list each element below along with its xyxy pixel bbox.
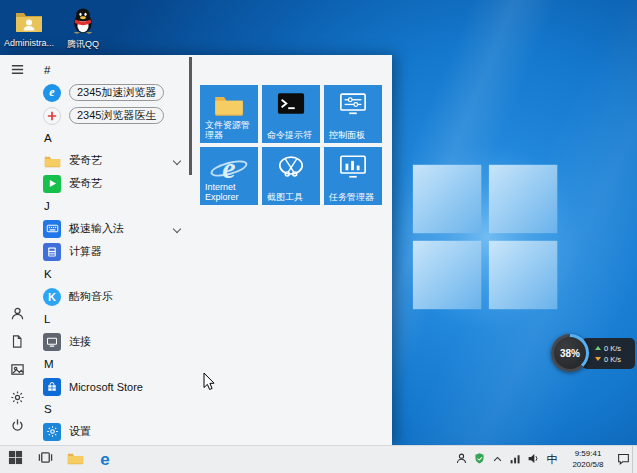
- rail-bottom-group: [0, 301, 34, 445]
- edge-taskbar-button[interactable]: e: [90, 446, 120, 473]
- microsoft-store-icon: [43, 378, 61, 396]
- download-speed: 0 K/s: [604, 355, 621, 364]
- tile-control-panel[interactable]: 控制面板: [324, 85, 382, 143]
- speed-percent: 38%: [554, 337, 586, 369]
- start-app-list: # e 2345加速浏览器 2345浏览器医生 A 爱奇艺: [34, 55, 192, 445]
- upload-speed-row: 0 K/s: [595, 344, 635, 353]
- app-list-header-a[interactable]: A: [34, 127, 192, 149]
- tray-people-button[interactable]: [452, 446, 470, 473]
- power-icon: [10, 418, 25, 437]
- tile-internet-explorer[interactable]: e Internet Explorer: [200, 147, 258, 205]
- settings-rail-button[interactable]: [0, 385, 34, 413]
- pictures-button[interactable]: [0, 357, 34, 385]
- windows-logo-icon: [8, 450, 23, 469]
- edge-icon: e: [100, 450, 109, 470]
- tile-task-manager[interactable]: 任务管理器: [324, 147, 382, 205]
- windows-wallpaper-logo: [392, 142, 582, 332]
- desktop-icon-label: 腾讯QQ: [67, 38, 99, 51]
- system-tray: 中 9:59:41 2020/5/8: [452, 446, 637, 473]
- app-item-label: 酷狗音乐: [69, 289, 113, 304]
- hamburger-icon: [10, 62, 25, 81]
- app-item-label: 极速输入法: [69, 221, 124, 236]
- app-folder-jisu-ime[interactable]: 极速输入法: [34, 217, 192, 240]
- tray-hidden-icons-button[interactable]: [488, 446, 506, 473]
- app-item-microsoft-store[interactable]: Microsoft Store: [34, 375, 192, 398]
- app-item-calculator[interactable]: 计算器: [34, 240, 192, 263]
- app-item-iqiyi[interactable]: 爱奇艺: [34, 172, 192, 195]
- control-panel-icon: [324, 92, 382, 115]
- app-item-label: 2345加速浏览器: [69, 84, 164, 101]
- app-item-label: 爱奇艺: [69, 153, 102, 168]
- speed-widget-circle[interactable]: 38%: [551, 334, 589, 372]
- app-item-connect[interactable]: 连接: [34, 330, 192, 353]
- chevron-down-icon: [173, 224, 181, 232]
- show-desktop-button[interactable]: [632, 446, 637, 473]
- app-list-header-j[interactable]: J: [34, 195, 192, 217]
- caret-up-icon: [492, 451, 503, 469]
- start-tile-area: 文件资源管理器 命令提示符 控制面板: [200, 85, 386, 205]
- speed-widget-panel[interactable]: 0 K/s 0 K/s: [582, 338, 635, 369]
- app-folder-iqiyi[interactable]: 爱奇艺: [34, 149, 192, 172]
- tile-command-prompt[interactable]: 命令提示符: [262, 85, 320, 143]
- expand-menu-button[interactable]: [0, 57, 34, 85]
- gear-icon: [10, 390, 25, 409]
- settings-icon: [43, 423, 61, 441]
- app-item-settings[interactable]: 设置: [34, 420, 192, 443]
- 2345-doctor-icon: [43, 107, 61, 125]
- app-list-header-l[interactable]: L: [34, 308, 192, 330]
- picture-icon: [10, 362, 25, 381]
- start-menu-rail: [0, 55, 34, 445]
- app-item-label: Microsoft Store: [69, 381, 143, 393]
- kugou-music-icon: K: [43, 288, 61, 306]
- start-menu: # e 2345加速浏览器 2345浏览器医生 A 爱奇艺: [0, 55, 392, 445]
- app-item-label: 连接: [69, 334, 91, 349]
- app-item-kugou-music[interactable]: K 酷狗音乐: [34, 285, 192, 308]
- tile-label: 命令提示符: [267, 130, 317, 140]
- tile-label: 文件资源管理器: [205, 120, 255, 140]
- power-button[interactable]: [0, 413, 34, 441]
- clock-date: 2020/5/8: [562, 460, 614, 470]
- desktop: Administra... 腾讯QQ: [0, 0, 637, 473]
- input-language-indicator[interactable]: 中: [542, 446, 562, 473]
- scrollbar-thumb[interactable]: [189, 57, 192, 175]
- file-explorer-taskbar-button[interactable]: [60, 446, 90, 473]
- documents-button[interactable]: [0, 329, 34, 357]
- upload-speed: 0 K/s: [604, 344, 621, 353]
- qq-penguin-icon: [68, 6, 98, 36]
- speaker-icon: [527, 451, 540, 469]
- app-item-label: 设置: [69, 424, 91, 439]
- folder-icon: [67, 451, 84, 469]
- tile-label: 任务管理器: [329, 192, 379, 202]
- desktop-icon-administrator[interactable]: Administra...: [2, 6, 56, 48]
- app-item-2345-browser[interactable]: e 2345加速浏览器: [34, 81, 192, 104]
- app-list-header-m[interactable]: M: [34, 353, 192, 375]
- app-item-label: 2345浏览器医生: [69, 107, 164, 124]
- user-account-button[interactable]: [0, 301, 34, 329]
- desktop-icon-qq[interactable]: 腾讯QQ: [56, 6, 110, 51]
- tile-label: 截图工具: [267, 192, 317, 202]
- task-manager-icon: [324, 154, 382, 179]
- connect-icon: [43, 333, 61, 351]
- tile-label: 控制面板: [329, 130, 379, 140]
- tile-snipping-tool[interactable]: 截图工具: [262, 147, 320, 205]
- tile-file-explorer[interactable]: 文件资源管理器: [200, 85, 258, 143]
- app-list-header-hash[interactable]: #: [34, 59, 192, 81]
- jisu-ime-icon: [43, 220, 61, 238]
- app-list-header-k[interactable]: K: [34, 263, 192, 285]
- task-view-button[interactable]: [30, 446, 60, 473]
- action-center-button[interactable]: [614, 446, 632, 473]
- snipping-tool-icon: [262, 154, 320, 179]
- taskbar-clock[interactable]: 9:59:41 2020/5/8: [562, 449, 614, 470]
- app-item-2345-doctor[interactable]: 2345浏览器医生: [34, 104, 192, 127]
- 2345-browser-icon: e: [43, 84, 61, 102]
- upload-arrow-icon: [595, 346, 601, 350]
- start-button[interactable]: [0, 446, 30, 473]
- notification-icon: [617, 451, 630, 469]
- tray-security-button[interactable]: [470, 446, 488, 473]
- app-item-label: 爱奇艺: [69, 176, 102, 191]
- tray-network-button[interactable]: [506, 446, 524, 473]
- download-speed-row: 0 K/s: [595, 355, 635, 364]
- tray-volume-button[interactable]: [524, 446, 542, 473]
- administrator-folder-icon: [14, 6, 44, 36]
- app-list-header-s[interactable]: S: [34, 398, 192, 420]
